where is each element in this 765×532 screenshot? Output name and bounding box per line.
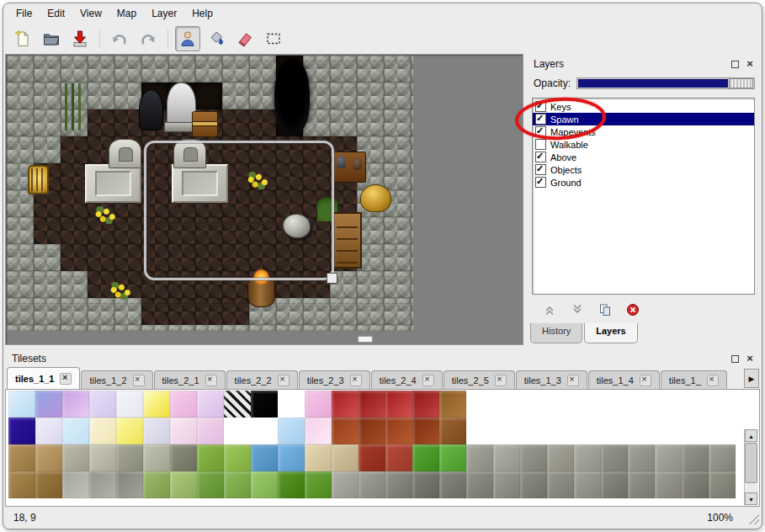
tileset-tile[interactable] bbox=[8, 391, 35, 418]
tileset-tab-tiles_2_1[interactable]: tiles_2_1 bbox=[154, 370, 226, 389]
tileset-tile[interactable] bbox=[493, 391, 520, 418]
tileset-tile[interactable] bbox=[493, 444, 520, 471]
tileset-tile[interactable] bbox=[682, 391, 709, 418]
tileset-tile[interactable] bbox=[493, 471, 520, 498]
tileset-tile[interactable] bbox=[466, 418, 493, 444]
tileset-tile[interactable] bbox=[655, 418, 682, 444]
layer-visibility-checkbox[interactable] bbox=[535, 101, 546, 112]
tab-close-icon[interactable] bbox=[133, 375, 145, 386]
tileset-tile[interactable] bbox=[359, 418, 385, 444]
tileset-tab-tiles_2_2[interactable]: tiles_2_2 bbox=[226, 370, 298, 389]
tileset-tile[interactable] bbox=[601, 444, 628, 471]
tileset-tile[interactable] bbox=[8, 418, 35, 444]
tileset-tile[interactable] bbox=[439, 418, 466, 444]
open-folder-button[interactable] bbox=[39, 26, 64, 51]
tileset-tile[interactable] bbox=[35, 471, 62, 498]
tileset-tile[interactable] bbox=[251, 471, 278, 498]
scrollbar-thumb[interactable] bbox=[745, 443, 757, 483]
lower-layer-button[interactable] bbox=[568, 301, 587, 319]
menu-help[interactable]: Help bbox=[184, 5, 220, 22]
tileset-tile[interactable] bbox=[62, 471, 89, 498]
tileset-tile[interactable] bbox=[547, 391, 574, 418]
tab-close-icon[interactable] bbox=[707, 375, 719, 386]
tileset-tile[interactable] bbox=[62, 391, 89, 418]
delete-layer-button[interactable] bbox=[624, 301, 642, 319]
map-canvas[interactable] bbox=[7, 56, 413, 331]
select-tool-button[interactable] bbox=[261, 26, 286, 51]
tileset-tile[interactable] bbox=[466, 471, 493, 498]
raise-layer-button[interactable] bbox=[540, 301, 559, 319]
redo-button[interactable] bbox=[135, 26, 161, 51]
layer-visibility-checkbox[interactable] bbox=[535, 177, 546, 188]
tileset-tile[interactable] bbox=[439, 391, 466, 418]
layer-row-above[interactable]: Above bbox=[533, 151, 754, 163]
tileset-tile[interactable] bbox=[574, 471, 601, 498]
tileset-tile[interactable] bbox=[682, 444, 709, 471]
tileset-tab-tiles_2_5[interactable]: tiles_2_5 bbox=[444, 370, 515, 389]
layer-visibility-checkbox[interactable] bbox=[535, 126, 546, 137]
layers-panel-float-button[interactable] bbox=[729, 58, 741, 70]
tab-close-icon[interactable] bbox=[60, 373, 72, 385]
tileset-tile[interactable] bbox=[278, 391, 305, 418]
tileset-tile[interactable] bbox=[62, 418, 89, 444]
tileset-tile[interactable] bbox=[466, 391, 493, 418]
tab-close-icon[interactable] bbox=[278, 375, 290, 386]
tileset-tile[interactable] bbox=[709, 418, 736, 444]
tileset-tile[interactable] bbox=[359, 444, 385, 471]
map-hscrollbar-thumb[interactable] bbox=[358, 336, 373, 343]
tileset-tile[interactable] bbox=[116, 444, 143, 471]
tileset-tile[interactable] bbox=[412, 471, 439, 498]
tileset-tile[interactable] bbox=[412, 418, 439, 444]
tileset-tile[interactable] bbox=[709, 471, 736, 498]
tileset-tile[interactable] bbox=[143, 391, 170, 418]
tileset-tile[interactable] bbox=[35, 391, 62, 418]
tileset-tile[interactable] bbox=[412, 391, 439, 418]
new-file-button[interactable] bbox=[10, 26, 35, 51]
tileset-tile[interactable] bbox=[493, 418, 520, 444]
menu-map[interactable]: Map bbox=[109, 5, 144, 22]
tab-close-icon[interactable] bbox=[495, 375, 507, 386]
tileset-tile[interactable] bbox=[224, 471, 251, 498]
menu-edit[interactable]: Edit bbox=[40, 5, 72, 22]
tileset-tile[interactable] bbox=[574, 444, 601, 471]
tab-close-icon[interactable] bbox=[422, 375, 434, 386]
tileset-tile[interactable] bbox=[197, 391, 224, 418]
tileset-tile[interactable] bbox=[682, 418, 709, 444]
tab-scroll-right-button[interactable] bbox=[744, 369, 759, 388]
panel-tab-layers[interactable]: Layers bbox=[584, 323, 637, 343]
opacity-slider[interactable] bbox=[576, 77, 755, 89]
tileset-tile[interactable] bbox=[628, 444, 655, 471]
tileset-tile[interactable] bbox=[359, 471, 385, 498]
tilesets-panel-float-button[interactable] bbox=[729, 353, 741, 364]
tileset-tile[interactable] bbox=[385, 471, 412, 498]
tileset-tile[interactable] bbox=[197, 444, 224, 471]
selection-resize-handle[interactable] bbox=[327, 273, 337, 284]
tileset-tile[interactable] bbox=[305, 391, 332, 418]
tileset-tile[interactable] bbox=[332, 471, 359, 498]
fill-tool-button[interactable] bbox=[204, 26, 229, 51]
tileset-tile[interactable] bbox=[466, 444, 493, 471]
tileset-tile[interactable] bbox=[601, 391, 628, 418]
tileset-tile[interactable] bbox=[385, 418, 412, 444]
layer-visibility-checkbox[interactable] bbox=[535, 139, 546, 150]
tileset-tile[interactable] bbox=[197, 418, 224, 444]
tileset-tile[interactable] bbox=[682, 471, 709, 498]
tileset-tile[interactable] bbox=[116, 391, 143, 418]
save-button[interactable] bbox=[67, 26, 93, 51]
tileset-tile[interactable] bbox=[224, 391, 251, 418]
tileset-tile[interactable] bbox=[709, 444, 736, 471]
tileset-tile[interactable] bbox=[520, 418, 547, 444]
layer-row-spawn[interactable]: Spawn bbox=[533, 113, 754, 125]
tileset-tile[interactable] bbox=[385, 391, 412, 418]
selection-rectangle[interactable] bbox=[144, 141, 334, 280]
tileset-tile[interactable] bbox=[655, 471, 682, 498]
layer-visibility-checkbox[interactable] bbox=[535, 152, 546, 162]
tileset-tile[interactable] bbox=[574, 391, 601, 418]
tileset-tile[interactable] bbox=[332, 418, 359, 444]
tileset-tile[interactable] bbox=[62, 444, 89, 471]
tileset-tile[interactable] bbox=[278, 418, 305, 444]
tileset-tile[interactable] bbox=[197, 471, 224, 498]
tileset-tile[interactable] bbox=[8, 471, 35, 498]
menu-file[interactable]: File bbox=[8, 5, 40, 22]
tileset-tile[interactable] bbox=[332, 391, 359, 418]
